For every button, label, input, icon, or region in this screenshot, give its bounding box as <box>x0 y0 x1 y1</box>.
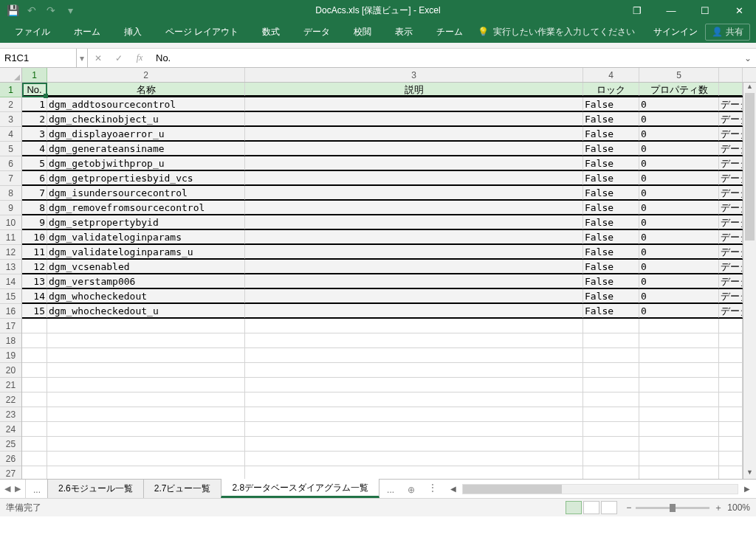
cell[interactable] <box>245 274 583 288</box>
row-header[interactable]: 21 <box>0 378 21 392</box>
cell[interactable] <box>245 186 583 200</box>
row-header[interactable]: 25 <box>0 437 21 452</box>
zoom-knob[interactable] <box>670 504 676 512</box>
cell[interactable]: 0 <box>639 127 719 141</box>
cell[interactable]: データ <box>719 156 743 170</box>
row-header[interactable]: 26 <box>0 452 21 466</box>
enter-icon[interactable]: ✓ <box>109 49 129 67</box>
row-header[interactable]: 7 <box>0 171 21 186</box>
cell[interactable]: dgm_verstamp006 <box>47 274 245 288</box>
cell[interactable] <box>245 215 583 229</box>
cell[interactable]: False <box>583 142 639 156</box>
tab-team[interactable]: チーム <box>427 22 472 42</box>
cell[interactable]: False <box>583 156 639 170</box>
cell[interactable]: データ <box>719 245 743 259</box>
cell[interactable] <box>719 452 743 466</box>
cell[interactable] <box>47 348 245 362</box>
cell[interactable] <box>22 452 47 466</box>
cell[interactable]: False <box>583 201 639 215</box>
scroll-right-icon[interactable]: ▶ <box>741 485 753 493</box>
row-header[interactable]: 14 <box>0 274 21 289</box>
cell[interactable]: False <box>583 289 639 303</box>
scroll-down-icon[interactable]: ▼ <box>743 468 756 479</box>
zoom-in-icon[interactable]: ＋ <box>714 502 723 514</box>
cell[interactable] <box>583 333 639 347</box>
cell[interactable]: 11 <box>22 245 47 259</box>
cell[interactable] <box>583 452 639 466</box>
sheet-tab[interactable]: 2.8データベースダイアグラム一覧 <box>221 478 379 498</box>
cell[interactable] <box>245 437 583 451</box>
signin-link[interactable]: サインイン <box>653 26 698 38</box>
sheet-tab[interactable]: 2.7ビュー一覧 <box>143 479 222 498</box>
zoom-level[interactable]: 100% <box>727 502 750 513</box>
cell[interactable] <box>245 304 583 318</box>
row-header[interactable]: 3 <box>0 112 21 127</box>
zoom-slider[interactable] <box>636 507 709 509</box>
cell[interactable]: データ <box>719 304 743 318</box>
cell[interactable] <box>245 201 583 215</box>
cell[interactable] <box>719 363 743 377</box>
cell[interactable] <box>639 407 719 421</box>
cell[interactable] <box>245 363 583 377</box>
row-header[interactable]: 19 <box>0 348 21 363</box>
cell[interactable]: dgm_whocheckedout_u <box>47 304 245 318</box>
cell[interactable] <box>719 378 743 392</box>
close-icon[interactable]: ✕ <box>722 0 756 21</box>
cell[interactable] <box>639 422 719 436</box>
tab-file[interactable]: ファイル <box>6 22 59 42</box>
cell[interactable]: dgm_getpropertiesbyid_vcs <box>47 171 245 185</box>
row-header[interactable]: 11 <box>0 230 21 245</box>
cell[interactable] <box>245 230 583 244</box>
cell[interactable] <box>22 422 47 436</box>
cell[interactable] <box>47 452 245 466</box>
cell[interactable] <box>583 319 639 333</box>
redo-icon[interactable]: ↷ <box>43 2 59 18</box>
cell[interactable] <box>245 392 583 407</box>
cell[interactable] <box>47 422 245 436</box>
cell[interactable] <box>245 452 583 466</box>
cell[interactable] <box>583 378 639 392</box>
header-cell[interactable]: 説明 <box>245 83 583 96</box>
tab-data[interactable]: データ <box>295 22 339 42</box>
row-header[interactable]: 6 <box>0 156 21 171</box>
cell[interactable]: 0 <box>639 156 719 170</box>
cell[interactable]: 0 <box>639 260 719 274</box>
cell[interactable] <box>719 466 743 479</box>
save-icon[interactable]: 💾 <box>4 2 21 18</box>
cell[interactable] <box>22 333 47 347</box>
row-header[interactable]: 22 <box>0 392 21 407</box>
scroll-up-icon[interactable]: ▲ <box>743 83 756 93</box>
row-header[interactable]: 12 <box>0 245 21 260</box>
row-header[interactable]: 2 <box>0 97 21 112</box>
row-header[interactable]: 18 <box>0 333 21 348</box>
cell[interactable]: 2 <box>22 112 47 126</box>
cell[interactable] <box>245 289 583 303</box>
cell[interactable] <box>22 348 47 362</box>
cell[interactable]: dgm_removefromsourcecontrol <box>47 201 245 215</box>
select-all-button[interactable] <box>0 68 22 82</box>
cell[interactable] <box>639 333 719 347</box>
cell[interactable] <box>22 466 47 479</box>
cell[interactable]: dgm_getobjwithprop_u <box>47 156 245 170</box>
column-header[interactable]: 5 <box>639 68 719 82</box>
cell[interactable]: False <box>583 215 639 229</box>
ribbon-display-icon[interactable]: ❐ <box>620 0 654 21</box>
cell[interactable] <box>47 333 245 347</box>
cell[interactable]: 14 <box>22 289 47 303</box>
cell[interactable]: False <box>583 97 639 111</box>
cell[interactable]: False <box>583 230 639 244</box>
cell[interactable]: dgm_displayoaerror_u <box>47 127 245 141</box>
tell-me[interactable]: 💡 実行したい作業を入力してください <box>478 26 635 38</box>
cell[interactable] <box>639 452 719 466</box>
row-header[interactable]: 4 <box>0 127 21 142</box>
cell[interactable]: 0 <box>639 142 719 156</box>
cell[interactable]: 10 <box>22 230 47 244</box>
cell[interactable]: dgm_isundersourcecontrol <box>47 186 245 200</box>
view-normal-icon[interactable] <box>566 501 582 514</box>
cell[interactable]: データ <box>719 274 743 288</box>
cell[interactable] <box>639 363 719 377</box>
cell[interactable] <box>47 392 245 407</box>
cell[interactable] <box>719 333 743 347</box>
tab-pagelayout[interactable]: ページ レイアウト <box>157 22 247 42</box>
vertical-scrollbar[interactable]: ▲ ▼ <box>743 83 756 479</box>
